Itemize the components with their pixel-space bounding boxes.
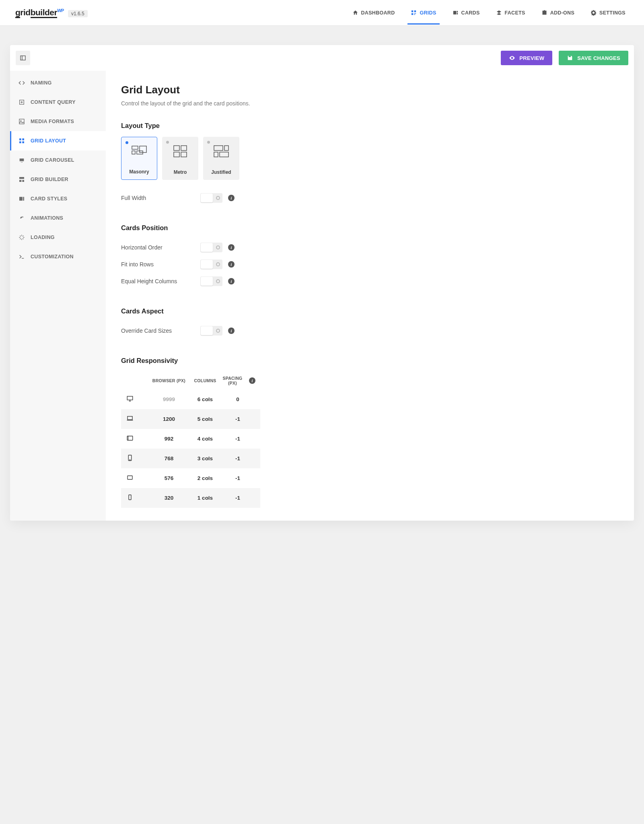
svg-rect-17	[20, 159, 24, 161]
tile-masonry[interactable]: Masonry	[121, 137, 157, 180]
image-icon	[19, 118, 25, 125]
svg-rect-16	[22, 141, 24, 143]
info-icon[interactable]: i	[228, 328, 235, 334]
responsivity-row[interactable]: 9924 cols-1	[121, 429, 260, 449]
svg-rect-2	[412, 13, 413, 15]
svg-rect-9	[21, 56, 25, 60]
editor-panel: PREVIEW SAVE CHANGES NAMING CONTENT QUER…	[10, 45, 634, 521]
preview-button[interactable]: PREVIEW	[501, 51, 552, 65]
sidebar-item-label: CUSTOMIZATION	[31, 254, 74, 260]
toggle-override-card-sizes[interactable]	[200, 326, 222, 336]
save-icon	[567, 55, 573, 61]
tile-justified[interactable]: Justified	[203, 137, 239, 180]
svg-line-31	[20, 239, 21, 239]
layout-icon	[19, 138, 25, 144]
svg-rect-23	[19, 197, 23, 200]
terminal-icon	[19, 253, 25, 260]
svg-rect-14	[22, 138, 24, 140]
cell-columns: 3 cols	[190, 455, 220, 461]
setting-fit-into-rows: Fit into Rows i	[121, 256, 619, 273]
svg-rect-24	[23, 197, 24, 200]
tile-label: Metro	[174, 169, 187, 175]
col-browser: BROWSER (PX)	[148, 378, 190, 383]
nav-facets[interactable]: FACETS	[493, 1, 529, 25]
sidebar-item-animations[interactable]: ANIMATIONS	[10, 208, 106, 228]
tile-radio-dot	[126, 141, 128, 144]
nav-settings[interactable]: SETTINGS	[587, 1, 629, 25]
responsivity-row[interactable]: 12005 cols-1	[121, 409, 260, 429]
responsivity-head: BROWSER (PX) COLUMNS SPACING (PX) i	[121, 372, 260, 389]
svg-rect-41	[214, 146, 223, 150]
svg-rect-38	[181, 146, 187, 150]
info-icon[interactable]: i	[228, 278, 235, 284]
nav-items: DASHBOARD GRIDS CARDS FACETS ADD-ONS SET…	[349, 1, 629, 25]
masonry-icon	[131, 145, 147, 158]
sidebar-icon	[20, 55, 26, 61]
responsivity-row[interactable]: 3201 cols-1	[121, 488, 260, 508]
builder-icon	[19, 176, 25, 183]
cell-spacing: -1	[220, 495, 255, 501]
info-icon[interactable]: i	[228, 195, 235, 201]
sidebar-item-label: GRID BUILDER	[31, 177, 68, 182]
nav-label: ADD-ONS	[550, 10, 574, 16]
svg-rect-1	[414, 10, 416, 12]
sidebar-item-media-formats[interactable]: MEDIA FORMATS	[10, 112, 106, 131]
setting-equal-height-columns: Equal Height Columns i	[121, 273, 619, 290]
responsivity-row[interactable]: 5762 cols-1	[121, 468, 260, 488]
svg-rect-35	[132, 151, 135, 154]
tile-radio-dot	[207, 141, 210, 144]
grid-icon	[411, 10, 417, 16]
sidebar-item-grid-builder[interactable]: GRID BUILDER	[10, 170, 106, 189]
nav-addons[interactable]: ADD-ONS	[538, 1, 578, 25]
toggle-horizontal-order[interactable]	[200, 243, 222, 252]
info-icon[interactable]: i	[228, 244, 235, 251]
info-icon[interactable]: i	[228, 261, 235, 268]
section-heading-cards-aspect: Cards Aspect	[121, 307, 619, 315]
sidebar-item-grid-layout[interactable]: GRID LAYOUT	[10, 131, 106, 150]
nav-label: FACETS	[505, 10, 525, 16]
setting-label: Fit into Rows	[121, 261, 200, 268]
svg-rect-45	[127, 396, 133, 400]
sidebar-item-card-styles[interactable]: CARD STYLES	[10, 189, 106, 208]
nav-grids[interactable]: GRIDS	[407, 1, 439, 25]
brand-version: v1.6.5	[68, 10, 88, 17]
save-button[interactable]: SAVE CHANGES	[559, 51, 628, 65]
toggle-equal-height-columns[interactable]	[200, 276, 222, 286]
sidebar-item-loading[interactable]: LOADING	[10, 228, 106, 247]
topnav: gridbuilderWP v1.6.5 DASHBOARD GRIDS CAR…	[0, 0, 644, 26]
svg-rect-11	[19, 119, 24, 124]
section-heading-layout-type: Layout Type	[121, 122, 619, 130]
info-icon[interactable]: i	[249, 377, 255, 384]
toggle-sidebar-button[interactable]	[16, 51, 30, 65]
toggle-fit-into-rows[interactable]	[200, 260, 222, 269]
responsivity-row[interactable]: 99996 cols0	[121, 389, 260, 409]
tile-metro[interactable]: Metro	[162, 137, 198, 180]
gear-icon	[591, 10, 597, 16]
svg-line-32	[23, 236, 23, 236]
nav-cards[interactable]: CARDS	[449, 1, 483, 25]
save-label: SAVE CHANGES	[577, 55, 620, 61]
device-icon	[126, 494, 148, 502]
device-icon	[126, 474, 148, 482]
layout-type-tiles: Masonry Metro Justified	[121, 137, 619, 180]
sidebar-item-naming[interactable]: NAMING	[10, 73, 106, 93]
device-icon	[126, 395, 148, 404]
device-icon	[126, 454, 148, 463]
setting-override-card-sizes: Override Card Sizes i	[121, 322, 619, 339]
svg-rect-8	[457, 13, 458, 14]
svg-rect-44	[220, 152, 228, 157]
cell-browser: 992	[148, 436, 190, 442]
svg-rect-21	[19, 180, 21, 182]
svg-rect-54	[129, 495, 131, 500]
nav-dashboard[interactable]: DASHBOARD	[349, 1, 398, 25]
cell-columns: 2 cols	[190, 475, 220, 481]
carousel-icon	[19, 157, 25, 163]
cell-spacing: -1	[220, 475, 255, 481]
sidebar-item-label: GRID LAYOUT	[31, 138, 66, 144]
panel-toolbar: PREVIEW SAVE CHANGES	[10, 45, 634, 71]
responsivity-row[interactable]: 7683 cols-1	[121, 449, 260, 468]
sidebar-item-customization[interactable]: CUSTOMIZATION	[10, 247, 106, 266]
toggle-full-width[interactable]	[200, 193, 222, 203]
sidebar-item-grid-carousel[interactable]: GRID CAROUSEL	[10, 150, 106, 170]
sidebar-item-content-query[interactable]: CONTENT QUERY	[10, 93, 106, 112]
